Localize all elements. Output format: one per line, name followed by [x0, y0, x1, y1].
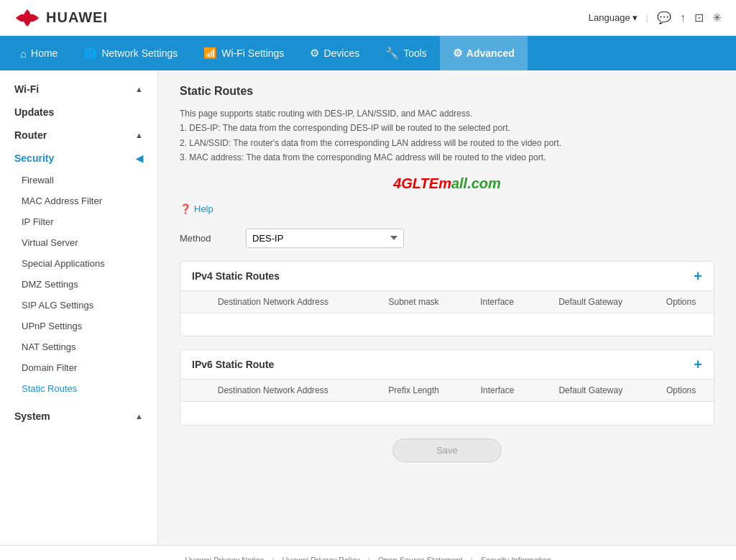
method-select[interactable]: DES-IP LAN/SSID MAC Address	[246, 229, 404, 248]
nav-home[interactable]: ⌂ Home	[7, 36, 70, 70]
chat-icon[interactable]: 💬	[657, 11, 671, 24]
sidebar-wifi-header[interactable]: Wi-Fi ▲	[0, 78, 157, 101]
main-content: Static Routes This page supports static …	[158, 70, 736, 545]
nav-devices[interactable]: ⚙ Devices	[297, 36, 372, 70]
ipv6-table: Destination Network Address Prefix Lengt…	[180, 379, 714, 425]
table-row	[180, 402, 714, 425]
sidebar-item-nat[interactable]: NAT Settings	[0, 336, 157, 357]
wifi-arrow-icon: ▲	[135, 85, 143, 93]
ipv4-static-routes-section: IPv4 Static Routes + Destination Network…	[180, 261, 714, 337]
nav-wifi-settings[interactable]: 📶 Wi-Fi Settings	[190, 36, 297, 70]
table-row	[180, 313, 714, 336]
method-row: Method DES-IP LAN/SSID MAC Address	[180, 229, 714, 248]
devices-icon: ⚙	[310, 47, 319, 60]
tools-icon: 🔧	[385, 47, 399, 60]
sidebar-updates-header[interactable]: Updates	[0, 101, 157, 124]
language-selector[interactable]: Language ▾	[589, 12, 638, 23]
sidebar-security-link[interactable]: Security ◀	[0, 147, 157, 170]
ipv6-col-interface: Interface	[462, 380, 533, 402]
footer-row1: Huawei Privacy Notice | Huawei Privacy P…	[0, 553, 736, 560]
globe-icon: 🌐	[83, 47, 97, 60]
save-button-wrap: Save	[180, 439, 714, 462]
logo-area: HUAWEI	[14, 8, 108, 28]
upload-icon[interactable]: ↑	[680, 12, 686, 24]
system-arrow-icon: ▲	[135, 412, 143, 421]
ipv6-col-dest: Destination Network Address	[180, 380, 366, 402]
save-button[interactable]: Save	[392, 439, 502, 462]
ipv6-static-route-section: IPv6 Static Route + Destination Network …	[180, 349, 714, 426]
help-icon: ❓	[180, 203, 191, 214]
header-right: Language ▾ | 💬 ↑ ⊡ ✳	[589, 11, 722, 24]
ipv4-col-interface: Interface	[461, 290, 533, 313]
content-area: Wi-Fi ▲ Updates Router ▲ Security ◀ Fire…	[0, 70, 736, 545]
ipv4-table: Destination Network Address Subnet mask …	[180, 290, 714, 336]
sidebar-item-dmz[interactable]: DMZ Settings	[0, 274, 157, 295]
sidebar-item-upnp[interactable]: UPnP Settings	[0, 316, 157, 336]
sidebar-item-firewall[interactable]: Firewall	[0, 170, 157, 191]
huawei-logo-icon	[14, 8, 40, 28]
method-label: Method	[180, 233, 237, 244]
sidebar-item-sip-alg[interactable]: SIP ALG Settings	[0, 295, 157, 316]
settings-spin-icon[interactable]: ✳	[712, 11, 722, 24]
ipv4-col-subnet: Subnet mask	[366, 290, 461, 313]
sidebar-router-header[interactable]: Router ▲	[0, 124, 157, 147]
ipv4-section-header: IPv4 Static Routes +	[180, 262, 714, 290]
ipv4-add-button[interactable]: +	[694, 269, 702, 283]
ipv6-col-options: Options	[648, 380, 714, 402]
page-description: This page supports static routing with D…	[180, 106, 714, 165]
nav-advanced[interactable]: ⚙ Advanced	[440, 36, 528, 70]
page-title: Static Routes	[180, 85, 714, 98]
footer-privacy-notice[interactable]: Huawei Privacy Notice	[185, 556, 264, 560]
advanced-icon: ⚙	[453, 47, 462, 60]
security-arrow-icon: ◀	[136, 153, 143, 164]
footer-open-source[interactable]: Open Source Statement	[378, 556, 463, 560]
sidebar-item-ip-filter[interactable]: IP Filter	[0, 211, 157, 232]
main-nav: ⌂ Home 🌐 Network Settings 📶 Wi-Fi Settin…	[0, 36, 736, 70]
nav-tools[interactable]: 🔧 Tools	[372, 36, 440, 70]
home-icon: ⌂	[20, 47, 27, 60]
wifi-icon: 📶	[203, 47, 217, 60]
top-header: HUAWEI Language ▾ | 💬 ↑ ⊡ ✳	[0, 0, 736, 36]
ipv6-col-gateway: Default Gateway	[533, 380, 648, 402]
watermark: 4GLTEmall.com	[180, 175, 714, 192]
sidebar-item-virtual-server[interactable]: Virtual Server	[0, 232, 157, 253]
nav-network-settings[interactable]: 🌐 Network Settings	[70, 36, 190, 70]
sidebar-item-domain-filter[interactable]: Domain Filter	[0, 357, 157, 378]
signout-icon[interactable]: ⊡	[694, 11, 704, 24]
router-arrow-icon: ▲	[135, 131, 143, 139]
help-link[interactable]: ❓ Help	[180, 203, 213, 214]
sidebar-system-header[interactable]: System ▲	[0, 405, 157, 428]
footer: Huawei Privacy Notice | Huawei Privacy P…	[0, 545, 736, 560]
sidebar-item-static-routes[interactable]: Static Routes	[0, 378, 157, 399]
sidebar-item-mac-filter[interactable]: MAC Address Filter	[0, 191, 157, 211]
ipv6-col-prefix: Prefix Length	[366, 380, 462, 402]
brand-name: HUAWEI	[46, 9, 108, 26]
ipv4-col-options: Options	[648, 290, 714, 313]
ipv4-col-gateway: Default Gateway	[533, 290, 648, 313]
footer-security-info[interactable]: Security Information	[481, 556, 551, 560]
sidebar-item-special-apps[interactable]: Special Applications	[0, 253, 157, 274]
ipv6-section-header: IPv6 Static Route +	[180, 350, 714, 379]
footer-privacy-policy[interactable]: Huawei Privacy Policy	[282, 556, 360, 560]
ipv4-col-dest: Destination Network Address	[180, 290, 366, 313]
ipv6-add-button[interactable]: +	[694, 357, 702, 372]
sidebar: Wi-Fi ▲ Updates Router ▲ Security ◀ Fire…	[0, 70, 158, 545]
